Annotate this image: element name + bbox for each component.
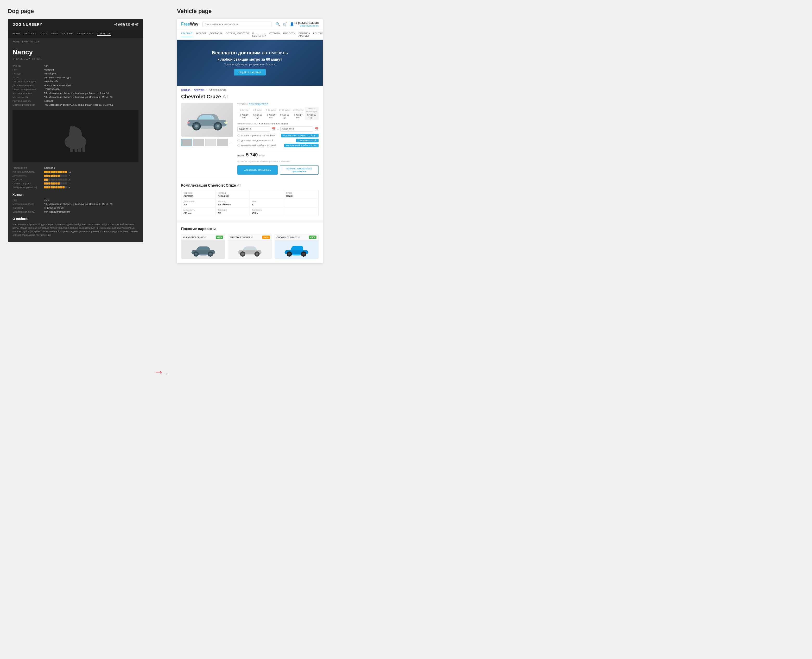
arrow-wrapper: → [153,8,167,651]
total-note: Пробег на 1 сутки с частичной страховкой… [237,160,318,163]
dog-info-row: Причина смерти Возраст [13,99,139,102]
person-icon[interactable]: 👤 [290,22,294,26]
dog-owner-section: Хозяин Имя Иван Место проживания РФ, Мос… [13,193,139,213]
dog-dates: 15.02.2007 – 23.09.2017 [13,58,139,61]
breadcrumb-brand[interactable]: Chevrolet [194,88,204,91]
dog-phone: +7 (925) 123 45 67 [114,23,139,26]
nav-conditions[interactable]: CONDITIONS [77,32,93,36]
search-input[interactable] [202,22,271,27]
svg-point-13 [195,125,198,128]
hero-subtitle: Условие действует при аренде от 3х суток [212,63,288,66]
hero-catalog-button[interactable]: Перейти в каталог [234,69,266,76]
about-title: О собаке [13,217,139,221]
car-svg [184,105,230,135]
nav-catalog[interactable]: КАТАЛОГ [196,32,207,37]
nav-cooperation[interactable]: СОТРУДНИЧЕСТВО [225,32,249,37]
vehicle-thumbnails: › [181,139,233,146]
discount-badge-1: -50% [216,235,223,239]
book-button[interactable]: Арендовать автомобиль [237,165,278,175]
nav-articles[interactable]: ARTICLES [24,32,36,36]
svg-point-17 [224,121,227,124]
nav-contacts[interactable]: CONTACTS [97,32,111,36]
pricing-label: ТАРИФЫ БЕЗ ВОДИТЕЛЯ [237,103,318,106]
nav-main[interactable]: ГЛАВНАЯ [181,32,192,37]
total-row: итого: 5 740 ₽/сут [237,150,318,158]
option-insurance: Полная страховка – 5 740 ₽/сут Частичная… [237,134,318,137]
svg-point-16 [216,125,219,128]
similar-card-2[interactable]: CHEVROLET CRUZE AT -30% [228,234,272,259]
calendar-from-icon[interactable]: 📅 [272,127,276,131]
date-to-input[interactable] [280,126,313,132]
radio-mileage[interactable] [237,144,240,147]
nav-contacts[interactable]: КОНТАКТЫ [313,32,323,37]
specs-grid: Коробка Автомат Привод Передний – – Кузо… [181,190,318,216]
dog-nav: HOME ARTICLES DOGS NEWS GALLERY CONDITIO… [8,30,143,38]
date-label: ВЫБЕРИТЕ ДАТУ и дополнительные опции [237,122,318,125]
breadcrumb-model: Chevrolet Cruze [210,88,226,91]
partial-insurance-selected[interactable]: Частичная страховка – 0 ₽/сут [281,134,318,137]
vehicle-similar: Похожие варианты CHEVROLET CRUZE AT -50% [177,221,323,263]
vehicle-pricing: ТАРИФЫ БЕЗ ВОДИТЕЛЯ 1-2 сутки 3-5 сутки … [237,103,318,175]
thumb-1[interactable] [181,139,192,146]
dog-traits: Темперамент Флегматик Уровень интеллекта… [13,167,139,189]
dog-info-row: Номер чипирования H79B6324098 [13,88,139,91]
svg-point-22 [195,252,197,255]
owner-title: Хозяин [13,193,139,197]
self-pickup-selected[interactable]: Самовывоз – 0 ₽ [296,139,318,142]
vehicle-specs: Комплектация Chevrolet Cruze AT Коробка … [177,179,323,221]
svg-point-18 [187,121,190,123]
similar-card-1[interactable]: CHEVROLET CRUZE AT -50% [181,234,225,259]
search-icon[interactable]: 🔍 [276,22,280,26]
thumb-3[interactable] [205,139,216,146]
vehicle-phone: +7 (495) 673-33-38 Обратный звонок [294,21,318,27]
nav-rules[interactable]: ПРАВИЛА АРЕНДЫ [298,32,310,37]
similar-card-3[interactable]: CHEVROLET CRUZE AT -50% [274,234,318,259]
offer-button[interactable]: Получить коммерческое предложение [280,165,318,175]
dog-silhouette-svg [57,118,94,155]
vehicle-product: Chevrolet Cruze AT [177,94,323,179]
logo-way: Way [190,22,198,26]
nav-news[interactable]: NEWS [51,32,58,36]
similar-cards: CHEVROLET CRUZE AT -50% [181,234,318,259]
nav-gallery[interactable]: GALLERY [62,32,74,36]
svg-rect-6 [75,147,77,152]
svg-point-34 [288,252,291,255]
radio-insurance[interactable] [237,134,240,137]
nav-delivery[interactable]: ДОСТАВКА [210,32,222,37]
thumb-4[interactable] [217,139,228,146]
vehicle-hero: Бесплатно доставим автомобиль к любой ст… [177,40,323,86]
nav-dogs[interactable]: DOGS [40,32,47,36]
cart-icon[interactable]: 🛒 [283,22,287,26]
about-text: Массивная и широкая. Морда и череп приме… [13,223,139,237]
dog-content: Nancy 15.02.2007 – 23.09.2017 Кличка Nan… [8,46,143,242]
breadcrumb-home[interactable]: Главная [181,88,190,91]
nav-news[interactable]: НОВОСТИ [284,32,295,37]
dog-about-section: О собаке Массивная и широкая. Морда и че… [13,217,139,237]
total-period: ₽/сут [259,155,265,157]
thumb-2[interactable] [193,139,204,146]
nav-home[interactable]: HOME [13,32,20,36]
total-label: итого: [237,154,244,157]
svg-point-30 [255,252,259,255]
nav-reviews[interactable]: ОТЗЫВЫ [270,32,280,37]
calendar-to-icon[interactable]: 📅 [315,127,318,131]
vehicle-image-area: › [181,103,233,175]
vehicle-main-image [181,103,233,137]
nav-about[interactable]: О КОМПАНИИ [252,32,266,37]
dog-info-row: Питомник / Заводчик Beautiful Life [13,80,139,83]
vehicle-header: FreeWay 🔍 🛒 👤 +7 (495) 673-33-38 Обратны… [177,19,323,30]
svg-point-24 [209,252,212,255]
trait-temperament: Темперамент Флегматик [13,167,139,169]
radio-delivery[interactable] [237,139,240,142]
callback-link[interactable]: Обратный звонок [294,24,318,27]
discount-badge-2: -30% [262,235,270,239]
svg-rect-7 [78,145,81,152]
date-from-input[interactable] [237,126,270,132]
thumbnails-next[interactable]: › [229,139,233,146]
vehicle-page-label: Vehicle page [177,8,323,14]
dog-info-row: Дата чипирования 19.02.2007 – 25.02.2007 [13,84,139,87]
option-mileage: Безлимитный пробег – 26 000 ₽ Включённый… [237,143,318,147]
included-mileage-selected[interactable]: Включённый пробег – 20 км [284,143,318,147]
pricing-table: 1-2 сутки 3-5 сутки 6-13 сутки 14-29 сут… [237,107,318,120]
similar-card-img-3 [275,241,318,259]
